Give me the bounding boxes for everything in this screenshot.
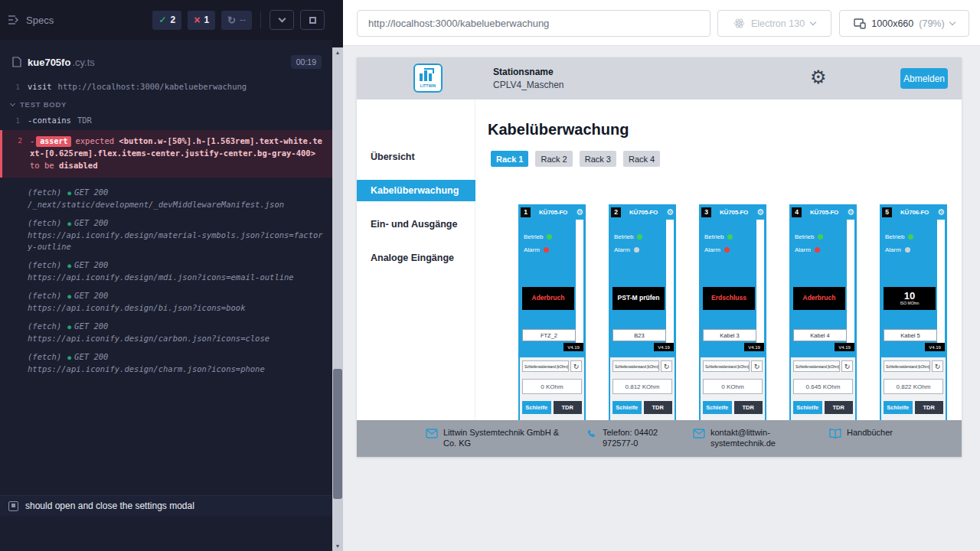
device-number-badge: 1 [521, 207, 531, 217]
device-settings-icon[interactable]: ⚙ [666, 208, 674, 217]
header-divider [260, 11, 261, 28]
betrieb-label: Betrieb [524, 233, 543, 240]
tdr-button[interactable]: TDR [915, 401, 944, 414]
cable-name-field[interactable]: B23 [612, 329, 666, 341]
loop-resistance-panel: Schleifenwiderstand [kOhm] ↻ 0.812 KOhm … [610, 357, 675, 425]
cable-name-field[interactable]: Kabel 4 [793, 329, 847, 341]
next-test-row[interactable]: should open and close the settings modal [0, 495, 332, 516]
betrieb-led [637, 234, 642, 240]
scrollbar-up-arrow[interactable]: ▲ [332, 47, 343, 57]
phone-icon [586, 428, 597, 442]
command-contains[interactable]: 1 -contains TDR [0, 113, 332, 128]
device-number-badge: 5 [882, 207, 892, 217]
viewport-icon [854, 18, 866, 29]
schleife-button[interactable]: Schleife [522, 401, 551, 414]
spec-file-row[interactable]: kue705fo .cy.ts 00:19 [6, 47, 328, 77]
assert-selector: <button.w-[50%].h-[1.563rem].text-white.… [30, 136, 322, 158]
schleife-button[interactable]: Schleife [793, 401, 822, 414]
footer-phone[interactable]: Telefon: 04402 972577-0 [586, 427, 681, 448]
status-display: PST-M prüfen [612, 287, 665, 310]
alarm-label: Alarm [795, 246, 811, 253]
loop-resistance-panel: Schleifenwiderstand [kOhm] ↻ 0.645 KOhm … [791, 357, 855, 425]
stop-button[interactable] [300, 10, 325, 30]
loop-resistance-value: 0 KOhm [703, 379, 763, 394]
scrollbar-down-arrow[interactable]: ▼ [332, 541, 343, 551]
tdr-button[interactable]: TDR [734, 401, 763, 414]
collapse-button[interactable] [270, 10, 294, 30]
settings-gear-icon[interactable]: ⚙ [810, 68, 827, 86]
chevron-down-icon [949, 19, 955, 25]
passed-count: ✓ 2 [152, 11, 181, 30]
fetch-log-entry[interactable]: (fetch)●GET 200 https://api.iconify.desi… [0, 321, 332, 344]
refresh-icon[interactable]: ↻ [751, 360, 763, 372]
footer-mail[interactable]: kontakt@littwin-systemtechnik.de [693, 427, 796, 448]
sidebar-item-uebersicht[interactable]: Übersicht [357, 146, 475, 168]
footer-handbuecher[interactable]: Handbücher [829, 427, 893, 442]
cable-name-field[interactable]: FTZ_2 [522, 329, 576, 341]
status-text: Erdschluss [711, 295, 746, 302]
device-settings-icon[interactable]: ⚙ [576, 208, 583, 217]
fetch-log-entry[interactable]: (fetch)●GET 200 https://api.iconify.desi… [0, 351, 332, 375]
fetch-log-entry[interactable]: (fetch)●GET 200 https://api.iconify.desi… [0, 259, 332, 283]
runner-header: Specs ✓ 2 × 1 ↻ -- [0, 0, 332, 40]
sidebar-item-kabelueberwachung[interactable]: Kabelüberwachung [357, 180, 475, 201]
device-settings-icon[interactable]: ⚙ [937, 208, 945, 217]
status-dot-icon: ● [67, 324, 71, 331]
fetch-log-entry[interactable]: (fetch)●GET 200 /_next/static/developmen… [0, 187, 332, 210]
fetch-log-entry[interactable]: (fetch)●GET 200 https://api.iconify.desi… [0, 290, 332, 314]
refresh-icon[interactable]: ↻ [841, 360, 853, 372]
cable-indicator-strip [847, 220, 854, 344]
runner-scrollbar[interactable]: ▲ ▼ [332, 0, 343, 551]
refresh-icon[interactable]: ↻ [932, 360, 943, 372]
device-settings-icon[interactable]: ⚙ [847, 208, 854, 217]
app-header: LITTWIN Stationsname CPLV4_Maschen ⚙ Abm… [357, 57, 962, 99]
device-card-4: 4 KÜ705-FO ⚙ Betrieb Alarm Aderbruch Kab… [789, 204, 857, 426]
firmware-version-badge: V4.19 [835, 343, 854, 351]
tdr-button[interactable]: TDR [825, 401, 854, 414]
schleife-button[interactable]: Schleife [884, 401, 913, 414]
status-dot-icon: ● [67, 190, 71, 197]
loop-resistance-value: 0.645 KOhm [793, 379, 853, 394]
failed-assert-command[interactable]: 2 -assertexpected <button.w-[50%].h-[1.5… [0, 130, 332, 178]
loop-resistance-panel: Schleifenwiderstand [kOhm] ↻ 0 KOhm Schl… [701, 357, 765, 425]
schleife-button[interactable]: Schleife [612, 401, 642, 414]
status-dot-icon: ● [67, 220, 71, 227]
device-settings-icon[interactable]: ⚙ [756, 208, 764, 217]
fetch-log-entry[interactable]: (fetch)●GET 200 https://api.iconify.desi… [0, 217, 332, 253]
app-footer: Littwin Systemtechnik GmbH & Co. KG Tele… [357, 420, 962, 457]
loop-resistance-value: 0.822 KOhm [884, 379, 943, 394]
address-bar[interactable]: http://localhost:3000/kabelueberwachung [357, 10, 710, 37]
tab-rack-1[interactable]: Rack 1 [491, 151, 528, 167]
viewport-selector[interactable]: 1000x660 (79%) [839, 10, 969, 37]
scrollbar-thumb[interactable] [333, 369, 342, 499]
spec-timer: 00:19 [291, 55, 322, 69]
scrollbar-track[interactable]: ▲ ▼ [332, 47, 343, 551]
cable-indicator-strip [937, 220, 945, 344]
alarm-led [905, 247, 910, 253]
tdr-button[interactable]: TDR [554, 401, 583, 414]
loop-resistance-label: Schleifenwiderstand [kOhm] [612, 360, 659, 372]
sidebar-item-analoge-eingaenge[interactable]: Analoge Eingänge [357, 247, 475, 269]
test-box-icon [8, 501, 18, 511]
alarm-led [724, 247, 730, 253]
browser-selector[interactable]: Electron 130 [717, 10, 831, 37]
schleife-button[interactable]: Schleife [703, 401, 732, 414]
loop-resistance-value: 0 KOhm [522, 379, 582, 394]
cable-name-field[interactable]: Kabel 5 [884, 329, 937, 341]
browser-bar: http://localhost:3000/kabelueberwachung … [343, 0, 980, 46]
tab-rack-3[interactable]: Rack 3 [580, 151, 616, 167]
tab-rack-2[interactable]: Rack 2 [535, 151, 572, 167]
app-viewport: LITTWIN Stationsname CPLV4_Maschen ⚙ Abm… [357, 57, 962, 457]
firmware-version-badge: V4.19 [654, 343, 674, 351]
cable-name-field[interactable]: Kabel 3 [703, 329, 756, 341]
test-body-section[interactable]: TEST BODY [0, 94, 332, 113]
logout-button[interactable]: Abmelden [900, 68, 948, 89]
tab-rack-4[interactable]: Rack 4 [623, 151, 660, 167]
tdr-button[interactable]: TDR [644, 401, 673, 414]
refresh-icon[interactable]: ↻ [570, 360, 582, 372]
device-model-label: KÜ705-FO [623, 209, 664, 216]
refresh-icon[interactable]: ↻ [661, 360, 672, 372]
command-visit[interactable]: 1 visit http://localhost:3000/kabelueber… [0, 80, 332, 94]
specs-toggle-icon[interactable] [8, 15, 20, 25]
sidebar-item-ein-ausgaenge[interactable]: Ein- und Ausgänge [357, 214, 475, 235]
